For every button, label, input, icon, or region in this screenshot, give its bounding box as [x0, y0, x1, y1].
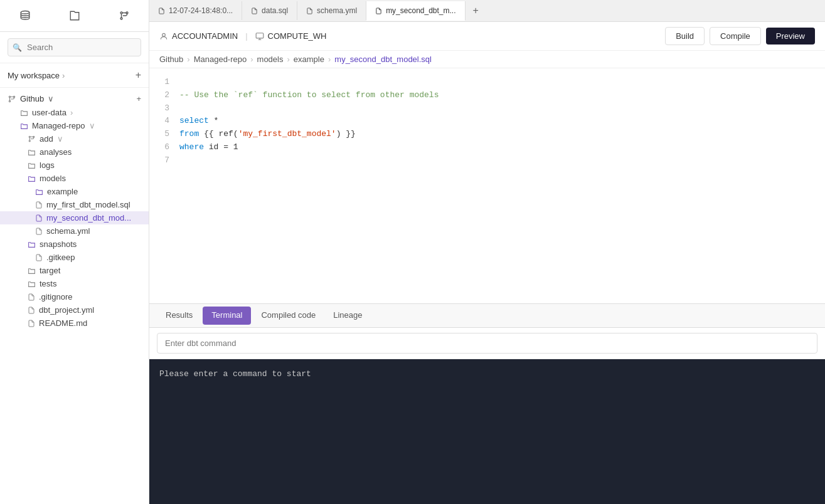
- tab-results[interactable]: Results: [157, 304, 201, 327]
- search-input[interactable]: [8, 38, 141, 56]
- folder-analyses-icon: [28, 148, 36, 156]
- snapshots-label: snapshots: [40, 239, 77, 249]
- terminal-input[interactable]: [157, 333, 817, 354]
- file-tree: Github ∨ + user-data › Managed-repo ∨ ad…: [0, 88, 149, 333]
- sidebar-item-gitkeep[interactable]: .gitkeep: [0, 251, 149, 264]
- analyses-label: analyses: [40, 147, 72, 157]
- logs-label: logs: [40, 160, 55, 170]
- sidebar-item-models[interactable]: models: [0, 172, 149, 185]
- breadcrumb-sep1: ›: [187, 55, 189, 64]
- workspace-label: My workspace ›: [8, 71, 65, 80]
- build-button[interactable]: Build: [665, 27, 705, 45]
- editor-area[interactable]: 1 2 -- Use the `ref` function to select …: [149, 68, 825, 303]
- file-schema-icon: [35, 228, 43, 235]
- breadcrumb-managed-repo[interactable]: Managed-repo: [194, 55, 247, 64]
- svg-point-7: [29, 136, 30, 137]
- compile-button[interactable]: Compile: [710, 27, 761, 45]
- search-bar: 🔍: [0, 32, 149, 63]
- file-gitkeep-icon: [35, 254, 43, 261]
- sidebar-item-managed-repo[interactable]: Managed-repo ∨: [0, 119, 149, 132]
- tab3-file-icon: [306, 8, 313, 14]
- sidebar-item-snapshots[interactable]: snapshots: [0, 238, 149, 251]
- sidebar-item-dbt-project[interactable]: dbt_project.yml: [0, 303, 149, 317]
- sidebar-item-example[interactable]: example: [0, 185, 149, 198]
- github-chevron-icon: ∨: [48, 94, 54, 103]
- editor-line-6: 6 where id = 1: [159, 141, 815, 154]
- sidebar-icon-bar: [0, 0, 149, 32]
- user-icon: [159, 32, 168, 41]
- add-github-icon[interactable]: +: [136, 94, 141, 103]
- toolbar-divider: |: [245, 31, 247, 41]
- svg-point-9: [29, 140, 30, 142]
- folder-tests-icon: [28, 280, 36, 288]
- compute-label: COMPUTE_WH: [268, 31, 327, 41]
- file-first-model-icon: [35, 201, 43, 209]
- git-icon-btn[interactable]: [99, 5, 149, 26]
- add-label: add: [40, 134, 53, 144]
- tab-4[interactable]: my_second_dbt_m...: [366, 1, 465, 21]
- toolbar: ACCOUNTADMIN | COMPUTE_WH Build Compile …: [149, 22, 825, 51]
- sidebar-item-tests[interactable]: tests: [0, 277, 149, 290]
- svg-point-3: [120, 18, 122, 19]
- breadcrumb-sep4: ›: [328, 55, 331, 64]
- folder-open-icon: [20, 122, 28, 130]
- folder-logs-icon: [28, 161, 36, 169]
- files-icon-btn[interactable]: [50, 5, 99, 26]
- compute-icon: [255, 32, 264, 41]
- second-model-label: my_second_dbt_mod...: [46, 213, 131, 223]
- tab-1[interactable]: 12-07-24-18:48:0...: [149, 1, 242, 20]
- user-info: ACCOUNTADMIN: [159, 31, 238, 41]
- sidebar-item-user-data[interactable]: user-data ›: [0, 106, 149, 119]
- tab2-label: data.sql: [262, 6, 288, 15]
- git-branch-icon: [8, 95, 16, 103]
- toolbar-left: ACCOUNTADMIN | COMPUTE_WH: [159, 31, 326, 41]
- first-model-label: my_first_dbt_model.sql: [46, 200, 130, 209]
- database-icon-btn[interactable]: [0, 5, 50, 26]
- file-gitignore-icon: [28, 293, 35, 301]
- sidebar-item-add[interactable]: add ∨: [0, 132, 149, 145]
- svg-point-1: [120, 12, 122, 14]
- github-header[interactable]: Github ∨ +: [0, 92, 149, 106]
- sidebar-item-first-model[interactable]: my_first_dbt_model.sql: [0, 198, 149, 211]
- tab-bar: 12-07-24-18:48:0... data.sql schema.yml …: [149, 0, 825, 22]
- breadcrumb-sep2: ›: [250, 55, 253, 64]
- editor-line-2: 2 -- Use the `ref` function to select fr…: [159, 89, 815, 102]
- tab4-label: my_second_dbt_m...: [386, 6, 455, 15]
- folder-example-open-icon: [35, 187, 43, 196]
- add-workspace-icon[interactable]: +: [136, 70, 141, 81]
- sidebar-item-logs[interactable]: logs: [0, 159, 149, 172]
- svg-rect-11: [256, 33, 263, 38]
- user-data-label: user-data: [32, 108, 67, 117]
- sidebar-item-schema[interactable]: schema.yml: [0, 224, 149, 238]
- tab-terminal[interactable]: Terminal: [203, 307, 251, 325]
- breadcrumb-github[interactable]: Github: [159, 55, 183, 64]
- sidebar-item-readme[interactable]: README.md: [0, 317, 149, 330]
- sidebar-item-target[interactable]: target: [0, 264, 149, 277]
- tab-lineage[interactable]: Lineage: [324, 304, 371, 327]
- breadcrumb-models[interactable]: models: [257, 55, 284, 64]
- bottom-tab-bar: Results Terminal Compiled code Lineage: [149, 304, 825, 328]
- managed-repo-label: Managed-repo: [32, 121, 85, 130]
- svg-point-0: [21, 11, 29, 14]
- tab-3[interactable]: schema.yml: [297, 1, 366, 20]
- terminal-output-text: Please enter a command to start: [159, 369, 311, 379]
- gitkeep-label: .gitkeep: [46, 253, 75, 262]
- sidebar-item-analyses[interactable]: analyses: [0, 145, 149, 159]
- breadcrumb-sep3: ›: [287, 55, 289, 64]
- add-tab-button[interactable]: +: [466, 0, 486, 21]
- tab1-file-icon: [158, 8, 165, 14]
- tab2-file-icon: [251, 8, 258, 14]
- user-data-chevron-icon: ›: [70, 108, 73, 117]
- example-label: example: [47, 187, 78, 196]
- compute-info: COMPUTE_WH: [255, 31, 327, 41]
- readme-label: README.md: [39, 318, 87, 328]
- breadcrumb-example[interactable]: example: [294, 55, 324, 64]
- tab-compiled-code[interactable]: Compiled code: [252, 304, 324, 327]
- sidebar-item-gitignore[interactable]: .gitignore: [0, 290, 149, 303]
- tab-2[interactable]: data.sql: [242, 1, 297, 20]
- workspace-header[interactable]: My workspace › +: [0, 63, 149, 88]
- svg-point-4: [9, 96, 10, 97]
- sidebar-item-second-model[interactable]: my_second_dbt_mod...: [0, 211, 149, 224]
- preview-button[interactable]: Preview: [766, 28, 815, 45]
- sidebar: 🔍 My workspace › + Github ∨ +: [0, 0, 149, 504]
